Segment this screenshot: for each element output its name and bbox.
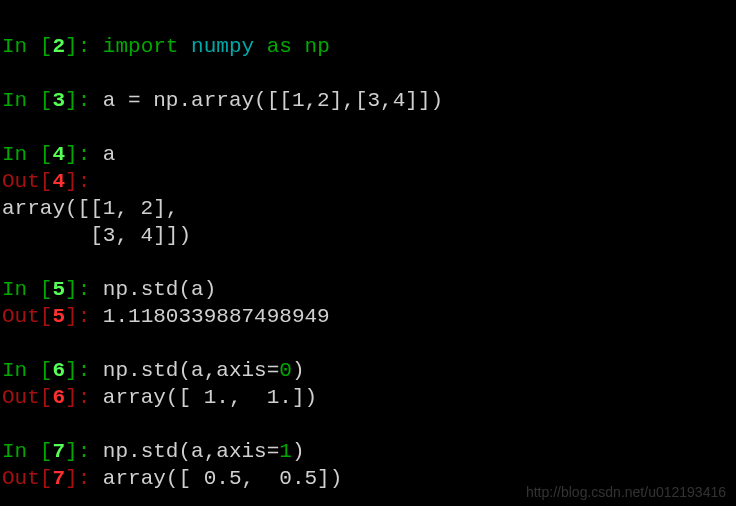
input-code-6: np.std(a,axis=0) (103, 359, 305, 382)
ipython-terminal: In [2]: import numpy as np In [3]: a = n… (0, 0, 736, 492)
input-code-7: np.std(a,axis=1) (103, 440, 305, 463)
output-text-6: array([ 1., 1.]) (103, 386, 317, 409)
input-code-5: np.std(a) (103, 278, 216, 301)
output-text-7: array([ 0.5, 0.5]) (103, 467, 342, 490)
input-prompt-3: In [3]: (2, 89, 90, 112)
input-prompt-2: In [2]: (2, 35, 90, 58)
output-text-4-line2: [3, 4]]) (2, 224, 191, 247)
input-prompt-5: In [5]: (2, 278, 90, 301)
input-code-3: a = np.array([[1,2],[3,4]]) (103, 89, 443, 112)
output-prompt-4: Out[4]: (2, 170, 90, 193)
output-prompt-5: Out[5]: (2, 305, 90, 328)
output-text-5: 1.1180339887498949 (103, 305, 330, 328)
input-code-4: a (103, 143, 116, 166)
input-code-2: import numpy as np (103, 35, 330, 58)
output-text-4-line1: array([[1, 2], (2, 197, 178, 220)
watermark-text: http://blog.csdn.net/u012193416 (526, 484, 726, 500)
input-prompt-6: In [6]: (2, 359, 90, 382)
output-prompt-7: Out[7]: (2, 467, 90, 490)
input-prompt-7: In [7]: (2, 440, 90, 463)
input-prompt-4: In [4]: (2, 143, 90, 166)
output-prompt-6: Out[6]: (2, 386, 90, 409)
